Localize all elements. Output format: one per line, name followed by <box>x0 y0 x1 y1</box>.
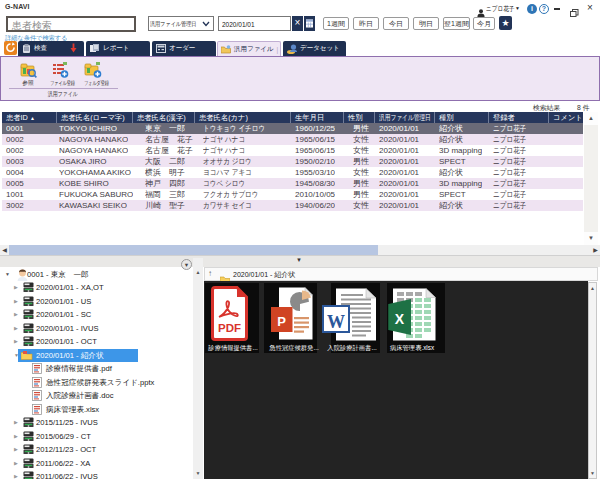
svg-text:PDF: PDF <box>218 322 241 334</box>
svg-text:W: W <box>327 312 345 332</box>
svg-text:X: X <box>395 311 405 327</box>
svg-text:P: P <box>277 314 286 329</box>
